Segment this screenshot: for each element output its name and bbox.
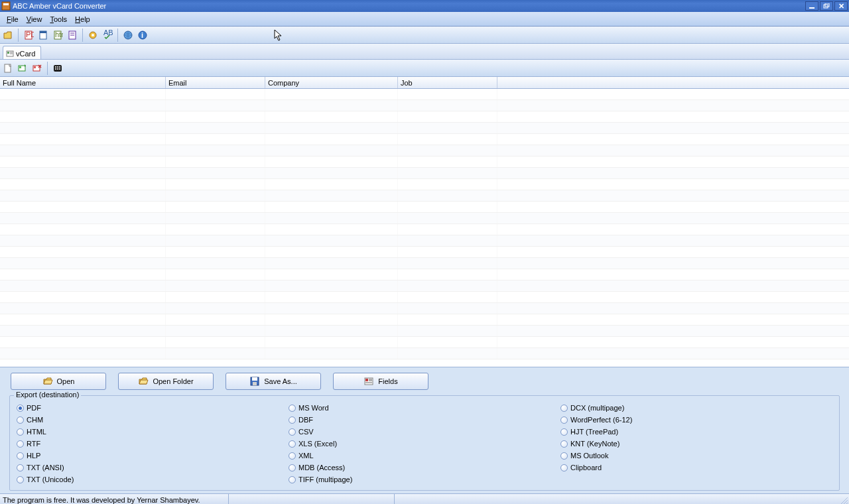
table-row[interactable] [0, 348, 849, 359]
table-row[interactable] [0, 145, 849, 157]
radio-icon [289, 405, 296, 412]
export-option-xml[interactable]: XML [289, 450, 560, 461]
restore-button[interactable] [820, 1, 833, 11]
column-company[interactable]: Company [265, 77, 398, 88]
export-option-txt-unicode[interactable]: TXT (Unicode) [17, 474, 289, 485]
svg-point-37 [59, 68, 60, 70]
export-option-knt-keynote[interactable]: KNT (KeyNote) [560, 438, 832, 449]
new-vcard-icon[interactable] [1, 62, 15, 75]
export-option-xls-excel[interactable]: XLS (Excel) [289, 438, 560, 449]
menu-file[interactable]: File [3, 14, 23, 25]
export-option-html[interactable]: HTML [17, 426, 289, 437]
radio-icon [560, 452, 568, 460]
table-row[interactable] [0, 281, 849, 292]
open-button[interactable]: Open [11, 373, 106, 390]
radio-icon [560, 464, 568, 472]
table-row[interactable] [0, 202, 849, 213]
table-row[interactable] [0, 326, 849, 337]
export-chm-icon[interactable] [36, 29, 50, 42]
svg-text:PDF: PDF [26, 31, 34, 38]
export-option-clipboard[interactable]: Clipboard [560, 462, 832, 473]
export-option-pdf[interactable]: PDF [17, 403, 289, 413]
save-as-button[interactable]: Save As... [226, 373, 321, 390]
export-option-chm[interactable]: CHM [17, 414, 289, 425]
export-option-ms-outlook[interactable]: MS Outlook [560, 450, 832, 461]
export-option-dcx-multipage[interactable]: DCX (multipage) [560, 403, 832, 413]
table-row[interactable] [0, 258, 849, 269]
open-label: Open [57, 377, 75, 385]
export-column-2: MS WordDBFCSVXLS (Excel)XMLMDB (Access)T… [289, 403, 560, 486]
export-column-1: PDFCHMHTMLRTFHLPTXT (ANSI)TXT (Unicode) [17, 403, 289, 486]
fields-button[interactable]: Fields [333, 373, 428, 390]
open-folder-button[interactable]: Open Folder [118, 373, 214, 390]
tab-vcard[interactable]: vCard [3, 46, 41, 59]
svg-point-15 [92, 34, 94, 36]
open-folder-icon[interactable] [1, 29, 15, 42]
column-job[interactable]: Job [398, 77, 497, 88]
radio-icon [289, 428, 296, 436]
table-row[interactable] [0, 314, 849, 326]
svg-point-34 [59, 66, 60, 68]
export-html-icon[interactable]: htm [51, 29, 64, 42]
import-vcard-icon[interactable] [16, 62, 29, 75]
table-row[interactable] [0, 247, 849, 258]
export-option-tiff-multipage[interactable]: TIFF (multipage) [289, 474, 560, 485]
blackberry-icon[interactable] [51, 62, 64, 75]
table-row[interactable] [0, 157, 849, 168]
export-option-label: DCX (multipage) [570, 404, 624, 412]
table-row[interactable] [0, 224, 849, 235]
export-option-dbf[interactable]: DBF [289, 414, 560, 425]
spellcheck-icon[interactable]: ABC [101, 29, 114, 42]
table-row[interactable] [0, 235, 849, 247]
table-row[interactable] [0, 123, 849, 134]
delete-vcard-icon[interactable] [31, 62, 44, 75]
table-row[interactable] [0, 303, 849, 314]
export-option-label: PDF [27, 404, 41, 412]
export-option-hjt-treepad[interactable]: HJT (TreePad) [560, 426, 832, 437]
table-row[interactable] [0, 179, 849, 190]
column-fullname[interactable]: Full Name [0, 77, 166, 88]
table-row[interactable] [0, 168, 849, 179]
radio-icon [560, 405, 568, 412]
secondary-toolbar [0, 60, 849, 77]
column-email[interactable]: Email [166, 77, 265, 88]
export-option-label: CHM [27, 416, 43, 424]
table-row[interactable] [0, 100, 849, 111]
menu-view[interactable]: View [23, 14, 46, 25]
menu-tools[interactable]: Tools [46, 14, 71, 25]
web-icon[interactable] [121, 29, 135, 42]
export-pdf-icon[interactable]: PDF [22, 29, 35, 42]
export-rtf-icon[interactable] [66, 29, 79, 42]
table-row[interactable] [0, 269, 849, 281]
svg-point-35 [55, 68, 56, 70]
table-row[interactable] [0, 111, 849, 123]
radio-icon [17, 440, 24, 448]
minimize-button[interactable] [805, 1, 818, 11]
table-row[interactable] [0, 134, 849, 145]
export-option-mdb-access[interactable]: MDB (Access) [289, 462, 560, 473]
export-option-wordperfect-6-12[interactable]: WordPerfect (6-12) [560, 414, 832, 425]
table-row[interactable] [0, 337, 849, 348]
table-body[interactable] [0, 89, 849, 367]
status-cell-3 [395, 494, 838, 504]
options-icon[interactable] [86, 29, 99, 42]
export-option-txt-ansi[interactable]: TXT (ANSI) [17, 462, 289, 473]
resize-grip-icon[interactable] [838, 495, 849, 505]
export-column-3: DCX (multipage)WordPerfect (6-12)HJT (Tr… [560, 403, 832, 486]
menu-help[interactable]: Help [71, 14, 94, 25]
svg-rect-2 [809, 7, 815, 9]
table-row[interactable] [0, 213, 849, 224]
menu-bar: File View Tools Help [0, 12, 849, 27]
svg-rect-26 [19, 66, 21, 68]
export-option-rtf[interactable]: RTF [17, 438, 289, 449]
export-option-hlp[interactable]: HLP [17, 450, 289, 461]
close-button[interactable]: ✕ [834, 1, 848, 11]
table-row[interactable] [0, 190, 849, 202]
table-row[interactable] [0, 292, 849, 303]
table-row[interactable] [0, 89, 849, 100]
about-icon[interactable]: i [136, 29, 149, 42]
save-as-label: Save As... [264, 377, 297, 385]
svg-text:i: i [141, 31, 143, 39]
export-option-ms-word[interactable]: MS Word [289, 403, 560, 413]
export-option-csv[interactable]: CSV [289, 426, 560, 437]
